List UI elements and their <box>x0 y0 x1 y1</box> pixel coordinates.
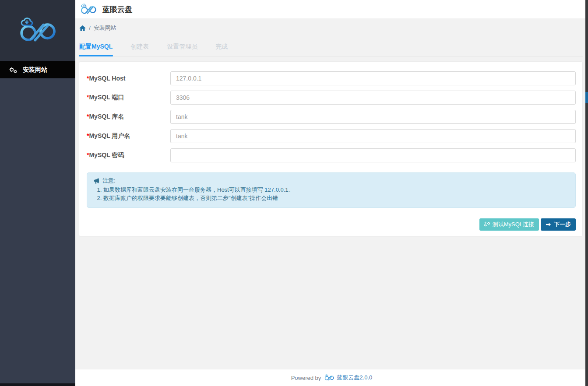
mysql-database-input[interactable] <box>170 110 576 124</box>
tab-finish[interactable]: 完成 <box>215 39 228 56</box>
field-label: *MySQL Host <box>87 75 170 82</box>
breadcrumb: / 安装网站 <box>79 24 583 32</box>
field-label-text: MySQL 端口 <box>89 94 124 101</box>
actions-bar: 测试MySQL连接 下一步 <box>87 218 576 231</box>
sidebar: 安装网站 <box>0 0 75 383</box>
next-button-label: 下一步 <box>554 221 571 228</box>
form-row-host: *MySQL Host <box>87 71 576 85</box>
sidebar-item-label: 安装网站 <box>23 66 47 74</box>
test-mysql-connection-button[interactable]: 测试MySQL连接 <box>479 218 539 231</box>
mysql-password-input[interactable] <box>170 148 576 162</box>
field-label-text: MySQL 库名 <box>89 113 124 120</box>
unlink-icon <box>484 221 490 227</box>
content-area: / 安装网站 配置MySQL 创建表 设置管理员 完成 *MySQL Host … <box>75 24 588 237</box>
footer-brand-version: 蓝眼云盘2.0.0 <box>337 374 372 382</box>
tab-create-table[interactable]: 创建表 <box>130 39 149 56</box>
page-title: 蓝眼云盘 <box>102 4 132 14</box>
form-row-database: *MySQL 库名 <box>87 110 576 124</box>
next-step-button[interactable]: 下一步 <box>541 218 576 231</box>
brand-logo-icon <box>79 4 98 15</box>
mysql-config-panel: *MySQL Host *MySQL 端口 *MySQL 库名 *MySQL 用… <box>79 61 583 237</box>
sidebar-logo-area <box>0 0 75 61</box>
field-label: *MySQL 库名 <box>87 113 170 121</box>
breadcrumb-separator: / <box>89 25 91 32</box>
top-header: 蓝眼云盘 <box>75 0 588 18</box>
info-alert-title-text: 注意: <box>102 177 116 185</box>
info-alert: 注意: 如果数据库和蓝眼云盘安装在同一台服务器，Host可以直接填写 127.0… <box>87 172 576 208</box>
sidebar-bottom-strip <box>0 383 75 386</box>
field-label-text: MySQL 密码 <box>89 151 124 158</box>
tab-config-mysql[interactable]: 配置MySQL <box>79 39 113 56</box>
browser-scrollbar-thumb[interactable] <box>585 92 588 103</box>
tab-set-admin[interactable]: 设置管理员 <box>166 39 198 56</box>
mysql-username-input[interactable] <box>170 129 576 143</box>
home-icon[interactable] <box>79 25 86 31</box>
info-alert-item: 如果数据库和蓝眼云盘安装在同一台服务器，Host可以直接填写 127.0.0.1… <box>103 186 569 194</box>
wizard-tabs: 配置MySQL 创建表 设置管理员 完成 <box>79 39 583 56</box>
field-label-text: MySQL Host <box>89 75 125 82</box>
browser-scrollbar-track[interactable] <box>585 0 588 386</box>
field-label: *MySQL 用户名 <box>87 132 170 140</box>
field-label-text: MySQL 用户名 <box>89 132 130 139</box>
arrow-right-icon <box>546 222 551 227</box>
field-label: *MySQL 密码 <box>87 151 170 159</box>
sidebar-item-install-site[interactable]: 安装网站 <box>0 61 75 78</box>
info-alert-list: 如果数据库和蓝眼云盘安装在同一台服务器，Host可以直接填写 127.0.0.1… <box>93 186 569 203</box>
bullhorn-icon <box>93 178 100 184</box>
brand-logo-icon <box>16 17 60 45</box>
info-alert-title: 注意: <box>93 177 569 185</box>
powered-by-text: Powered by <box>291 375 321 381</box>
info-alert-item: 数据库账户的权限要求要能够创建表，否则第二步"创建表"操作会出错 <box>103 194 569 203</box>
form-row-port: *MySQL 端口 <box>87 91 576 105</box>
form-row-username: *MySQL 用户名 <box>87 129 576 143</box>
breadcrumb-current: 安装网站 <box>94 24 116 32</box>
main-area: 蓝眼云盘 / 安装网站 配置MySQL 创建表 设置管理员 完成 *MySQL … <box>75 0 588 386</box>
brand-logo-icon <box>324 374 335 381</box>
footer-brand-link[interactable]: 蓝眼云盘2.0.0 <box>324 374 372 382</box>
mysql-host-input[interactable] <box>170 71 576 85</box>
footer: Powered by 蓝眼云盘2.0.0 <box>75 369 588 386</box>
field-label: *MySQL 端口 <box>87 94 170 102</box>
mysql-port-input[interactable] <box>170 91 576 105</box>
test-button-label: 测试MySQL连接 <box>493 221 534 228</box>
form-row-password: *MySQL 密码 <box>87 148 576 162</box>
cogs-icon <box>9 67 17 73</box>
